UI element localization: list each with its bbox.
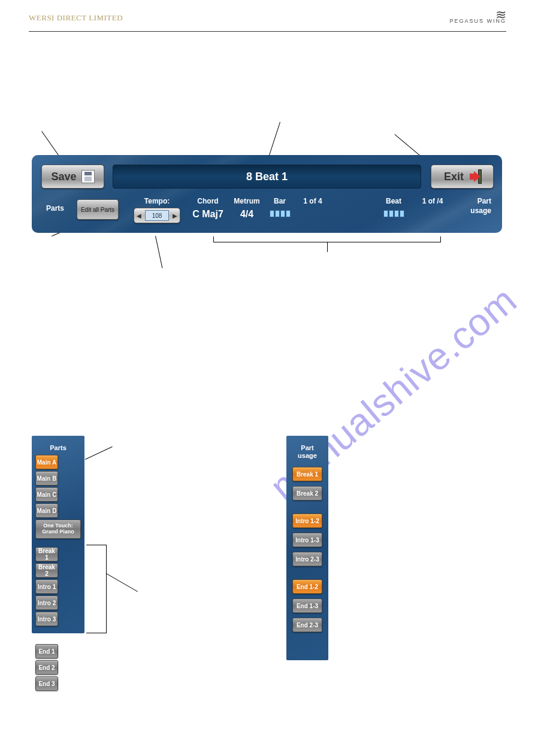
main-variation-grid: Main A Main B Main C Main D One Touch: G… <box>34 455 82 539</box>
main-b-button[interactable]: Main B <box>35 471 58 485</box>
intro1-button[interactable]: Intro 1 <box>35 579 58 594</box>
part-usage-heading: Part usage <box>459 197 502 215</box>
usage-title-2: usage <box>298 452 317 459</box>
page-header: WERSI DIRECT LIMITED ≋ PEGASUS WING <box>29 12 506 24</box>
bar-leds <box>265 210 295 217</box>
beat-block: Beat <box>373 197 415 217</box>
tempo-decrease[interactable]: ◀ <box>134 212 144 219</box>
info-row: Parts Edit all Parts Tempo: ◀ 108 ▶ Chor… <box>32 197 502 223</box>
end1-button[interactable]: End 1 <box>35 644 58 658</box>
led-icon <box>280 210 285 217</box>
parts-panel-title: Parts <box>34 438 82 455</box>
chord-value: C Maj7 <box>187 209 229 220</box>
style-editor-header: Save Exit 8 Beat 1 Parts Edit all Parts … <box>32 155 502 233</box>
intro3-button[interactable]: Intro 3 <box>35 612 58 626</box>
pegasus-logo: ≋ PEGASUS WING <box>449 12 506 24</box>
metrum-block: Metrum 4/4 <box>229 197 265 220</box>
usage-intro13[interactable]: Intro 1-3 <box>292 533 322 547</box>
callout-line <box>85 447 113 460</box>
break2-button[interactable]: Break 2 <box>35 563 58 578</box>
led-icon <box>383 210 388 217</box>
main-a-button[interactable]: Main A <box>35 455 58 469</box>
bar-block: Bar <box>265 197 295 217</box>
tempo-increase[interactable]: ▶ <box>170 212 180 219</box>
usage-end23[interactable]: End 2-3 <box>292 618 322 632</box>
callout-line <box>107 573 138 592</box>
beat-value: 1 of /4 <box>415 197 451 205</box>
bracket-stem <box>327 242 328 252</box>
end2-button[interactable]: End 2 <box>35 660 58 675</box>
save-button[interactable]: Save <box>41 165 104 189</box>
chord-label: Chord <box>187 197 229 205</box>
pegasus-text: PEGASUS WING <box>449 18 506 24</box>
tempo-spinner[interactable]: ◀ 108 ▶ <box>134 208 180 223</box>
tempo-label: Tempo: <box>127 197 187 205</box>
usage-list: Break 1 Break 2 Intro 1-2 Intro 1-3 Intr… <box>289 463 326 632</box>
break1-button[interactable]: Break 1 <box>35 547 58 561</box>
usage-title-1: Part <box>301 444 313 451</box>
end3-button[interactable]: End 3 <box>35 676 58 691</box>
exit-button[interactable]: Exit <box>431 165 494 189</box>
led-icon <box>270 210 274 217</box>
led-icon <box>275 210 280 217</box>
usage-panel-title: Part usage <box>289 438 326 463</box>
callout-line <box>155 236 162 268</box>
style-title-bar: 8 Beat 1 <box>113 165 421 189</box>
metrum-label: Metrum <box>229 197 265 205</box>
parts-panel: Parts Main A Main B Main C Main D One To… <box>32 436 84 633</box>
usage-intro12[interactable]: Intro 1-2 <box>292 514 322 528</box>
seq-grid: Break 1 Break 2 Intro 1 Intro 2 Intro 3 … <box>34 547 82 691</box>
main-c-button[interactable]: Main C <box>35 487 58 502</box>
chord-block: Chord C Maj7 <box>187 197 229 220</box>
led-icon <box>400 210 404 217</box>
wing-icon: ≋ <box>449 12 506 18</box>
beat-value-block: 1 of /4 <box>415 197 451 205</box>
led-icon <box>394 210 399 217</box>
parts-bracket <box>86 545 107 633</box>
save-label: Save <box>51 171 76 183</box>
style-title: 8 Beat 1 <box>246 171 288 183</box>
logo-text-left: WERSI DIRECT LIMITED <box>29 13 123 23</box>
parts-heading: Parts <box>32 197 77 212</box>
one-touch-button[interactable]: One Touch: Grand Piano <box>35 520 81 539</box>
led-icon <box>286 210 291 217</box>
beat-label: Beat <box>373 197 415 205</box>
metrum-value: 4/4 <box>229 209 265 220</box>
header-divider <box>29 31 506 32</box>
bar-label: Bar <box>265 197 295 205</box>
tempo-block: Tempo: ◀ 108 ▶ <box>127 197 187 223</box>
spacer <box>289 571 326 579</box>
exit-arrow-icon <box>468 171 480 183</box>
tempo-value[interactable]: 108 <box>145 210 169 221</box>
usage-intro23[interactable]: Intro 2-3 <box>292 552 322 566</box>
usage-end12[interactable]: End 1-2 <box>292 579 322 594</box>
floppy-icon <box>81 170 95 183</box>
edit-all-label: Edit all Parts <box>81 207 114 213</box>
exit-label: Exit <box>444 171 464 183</box>
main-d-button[interactable]: Main D <box>35 503 58 518</box>
led-icon <box>389 210 394 217</box>
edit-all-parts-button[interactable]: Edit all Parts <box>77 199 119 220</box>
wersi-logo: WERSI DIRECT LIMITED <box>29 13 123 23</box>
spacer <box>289 505 326 514</box>
bar-value-block: 1 of 4 <box>295 197 331 205</box>
part-usage-l1: Part <box>459 197 491 205</box>
bar-value: 1 of 4 <box>295 197 331 205</box>
info-bracket <box>213 236 441 242</box>
intro2-button[interactable]: Intro 2 <box>35 596 58 610</box>
usage-end13[interactable]: End 1-3 <box>292 599 322 613</box>
usage-break1[interactable]: Break 1 <box>292 467 322 481</box>
part-usage-l2: usage <box>459 207 491 215</box>
usage-break2[interactable]: Break 2 <box>292 486 322 500</box>
spacer <box>35 628 58 642</box>
part-usage-panel: Part usage Break 1 Break 2 Intro 1-2 Int… <box>286 436 328 660</box>
beat-leds <box>373 210 415 217</box>
